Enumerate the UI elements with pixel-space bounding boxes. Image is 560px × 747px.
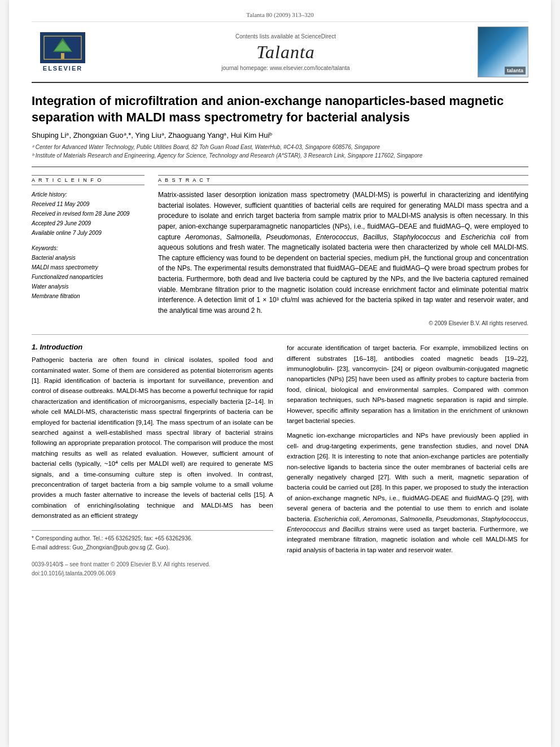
keyword-3: Functionalized nanoparticles [32,272,145,282]
body-section: 1. Introduction Pathogenic bacteria are … [32,343,528,578]
email-address: E-mail address: Guo_Zhongxian@pub.gov.sg… [32,543,273,552]
contents-available-line: Contents lists available at ScienceDirec… [94,33,478,40]
article-info-heading: A R T I C L E I N F O [32,175,145,185]
journal-title: Talanta [94,42,478,63]
received-date: Received 11 May 2009 [32,199,145,209]
article-history: Article history: Received 11 May 2009 Re… [32,190,145,238]
elsevier-text-label: ELSEVIER [43,65,82,72]
issn-line: 0039-9140/$ – see front matter © 2009 El… [32,560,273,569]
bottom-bar: 0039-9140/$ – see front matter © 2009 El… [32,560,273,578]
contents-text: Contents lists available at ScienceDirec… [235,33,336,40]
article-info-abstract-section: A R T I C L E I N F O Article history: R… [32,175,528,326]
elsevier-logo: ELSEVIER [32,32,94,72]
page-container: Talanta 80 (2009) 313–320 ELSEVIER [9,0,551,747]
article-info-column: A R T I C L E I N F O Article history: R… [32,175,145,326]
svg-rect-1 [61,53,64,59]
affiliation-a: ᵃ Center for Advanced Water Technology, … [32,143,528,151]
footnote-area: * Corresponding author. Tel.: +65 632629… [32,530,273,552]
keywords-label: Keywords: [32,245,58,251]
journal-header: ELSEVIER Contents lists available at Sci… [32,27,528,83]
author-affiliations: ᵃ Center for Advanced Water Technology, … [32,143,528,160]
copyright-line: © 2009 Elsevier B.V. All rights reserved… [158,320,528,326]
section-title-text: Introduction [40,343,82,351]
body-right-column: for accurate identification of target ba… [287,343,528,578]
article-authors: Shuping Liᵃ, Zhongxian Guoᵃ,*, Ying Liuᵃ… [32,131,528,139]
doi-line: doi:10.1016/j.talanta.2009.06.069 [32,569,273,578]
intro-paragraph-1: Pathogenic bacteria are often found in c… [32,355,273,521]
journal-citation: Talanta 80 (2009) 313–320 [246,11,313,18]
section-number: 1. [32,343,38,351]
keyword-1: Bacterial analysis [32,253,145,263]
history-label: Article history: [32,190,145,199]
intro-paragraph-2: for accurate identification of target ba… [287,343,528,426]
introduction-heading: 1. Introduction [32,343,273,351]
journal-center-info: Contents lists available at ScienceDirec… [94,33,478,71]
homepage-line: journal homepage: www.elsevier.com/locat… [94,65,478,71]
article-title-section: Integration of microfiltration and anion… [32,93,528,167]
article-title: Integration of microfiltration and anion… [32,93,528,125]
abstract-column: A B S T R A C T Matrix-assisted laser de… [158,175,528,326]
elsevier-logo-box [40,32,85,63]
journal-citation-bar: Talanta 80 (2009) 313–320 [32,11,528,22]
keyword-4: Water analysis [32,282,145,291]
body-left-column: 1. Introduction Pathogenic bacteria are … [32,343,273,578]
abstract-text: Matrix-assisted laser desorption ionizat… [158,190,528,316]
keyword-5: Membrane filtration [32,291,145,301]
corresponding-author: * Corresponding author. Tel.: +65 632629… [32,534,273,543]
elsevier-tree-icon [43,35,82,60]
accepted-date: Accepted 29 June 2009 [32,219,145,228]
cover-label: talanta [505,67,526,75]
keywords-section: Keywords: Bacterial analysis MALDI mass … [32,243,145,301]
intro-paragraph-3: Magnetic ion-exchange microparticles and… [287,430,528,555]
divider [32,334,528,335]
journal-cover: talanta [478,27,528,77]
affiliation-b: ᵇ Institute of Materials Research and En… [32,151,528,160]
keyword-2: MALDI mass spectrometry [32,263,145,272]
revised-date: Received in revised form 28 June 2009 [32,209,145,219]
available-date: Available online 7 July 2009 [32,228,145,238]
abstract-heading: A B S T R A C T [158,175,528,185]
